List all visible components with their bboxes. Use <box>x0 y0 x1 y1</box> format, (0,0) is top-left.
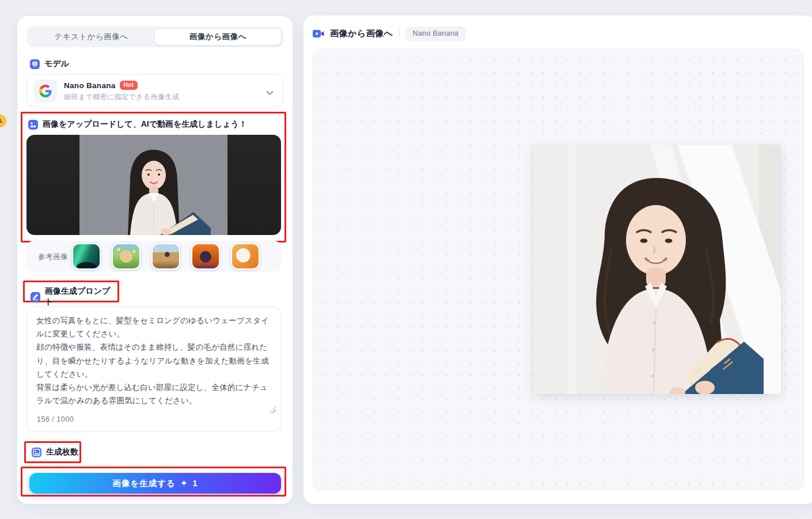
annotation-box-prompt: 画像生成プロンプト <box>23 281 119 302</box>
prompt-textarea[interactable]: 女性の写真をもとに、髪型をセミロングのゆるいウェーブスタイルに変更してください。… <box>36 314 274 407</box>
image-upload-icon <box>28 120 38 130</box>
uploaded-image-preview[interactable] <box>26 135 281 235</box>
reference-thumbnail-robot[interactable] <box>191 243 220 270</box>
model-badge[interactable]: Nano Banana <box>405 26 466 41</box>
reference-thumbnail-cat[interactable] <box>231 243 260 270</box>
prompt-input-container: 女性の写真をもとに、髪型をセミロングのゆるいウェーブスタイルに変更してください。… <box>26 306 282 432</box>
hot-badge: Hot <box>120 81 138 90</box>
result-panel-header: 画像から画像へ Nano Banana <box>313 26 466 41</box>
video-camera-icon <box>313 29 324 38</box>
google-logo <box>34 79 57 103</box>
reference-image-row: 参考画像 <box>26 241 281 272</box>
chevron-down-icon <box>266 88 274 98</box>
mode-tab-bar: テキストから画像へ 画像から画像へ <box>26 26 283 47</box>
upload-section-header: 画像をアップロードして、AIで動画を生成しましょう！ <box>28 119 247 130</box>
textarea-resize-handle[interactable] <box>270 407 276 413</box>
reference-thumbnail-bear[interactable] <box>112 243 141 270</box>
footer-divider <box>17 465 293 466</box>
result-panel: 画像から画像へ Nano Banana <box>303 16 812 504</box>
model-description: 細部まで精密に指定できる画像生成 <box>64 92 179 102</box>
brain-model-icon <box>30 59 40 69</box>
model-section-label: モデル <box>44 59 69 69</box>
reference-label: 参考画像 <box>38 252 68 262</box>
floating-widget-badge[interactable]: A <box>0 115 6 127</box>
model-section-header: モデル <box>30 59 69 69</box>
generation-canvas[interactable] <box>313 49 804 490</box>
header-divider <box>399 29 400 38</box>
credit-cost: 1 <box>193 479 198 488</box>
image-count-icon <box>32 448 41 457</box>
count-section-label: 生成枚数 <box>46 447 78 457</box>
reference-thumbnail-aurora[interactable] <box>72 243 101 270</box>
prompt-section-label: 画像生成プロンプト <box>45 286 117 307</box>
prompt-section-header: 画像生成プロンプト <box>31 286 117 307</box>
tab-image-to-image[interactable]: 画像から画像へ <box>154 28 282 46</box>
sparkle-icon: ✦ <box>180 478 188 488</box>
count-section-header: 生成枚数 <box>32 447 78 457</box>
model-name: Nano Banana <box>64 81 116 90</box>
generated-portrait-photo <box>533 145 781 394</box>
generation-settings-panel: テキストから画像へ 画像から画像へ モデル Nano Banana Hot 細部… <box>17 16 293 504</box>
generated-image[interactable] <box>533 145 781 394</box>
reference-thumbnail-biker[interactable] <box>151 243 180 270</box>
result-panel-title: 画像から画像へ <box>330 28 393 39</box>
prompt-edit-icon <box>31 292 40 302</box>
character-counter: 156 / 1000 <box>37 415 74 423</box>
annotation-box-generate: 画像を生成する ✦ 1 <box>21 467 286 497</box>
uploaded-portrait-photo <box>79 135 227 235</box>
model-selector[interactable]: Nano Banana Hot 細部まで精密に指定できる画像生成 <box>26 74 283 107</box>
annotation-box-count: 生成枚数 <box>24 441 81 463</box>
upload-section-title: 画像をアップロードして、AIで動画を生成しましょう！ <box>43 119 247 130</box>
generate-image-button[interactable]: 画像を生成する ✦ 1 <box>29 473 281 494</box>
tab-text-to-image[interactable]: テキストから画像へ <box>28 28 154 46</box>
